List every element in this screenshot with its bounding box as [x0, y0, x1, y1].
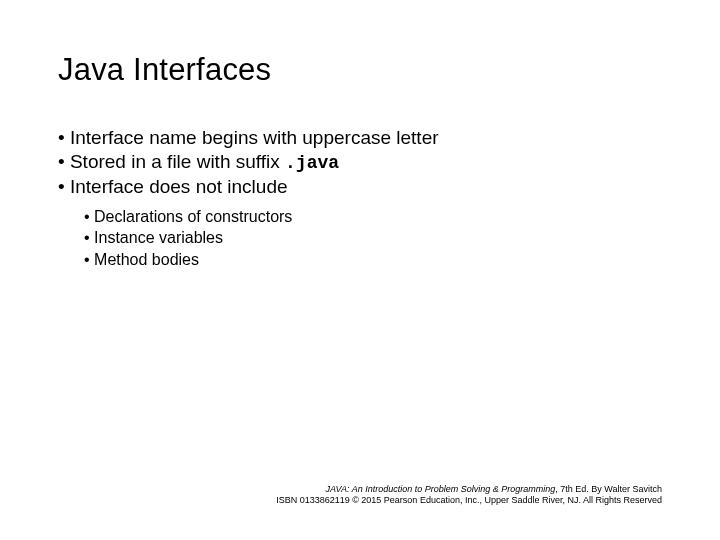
footer-edition-author: , 7th Ed. By Walter Savitch: [555, 484, 662, 494]
footer-book-title: JAVA: An Introduction to Problem Solving…: [326, 484, 556, 494]
bullet-item: Interface does not include Declarations …: [58, 175, 662, 270]
sub-bullet-item: Method bodies: [84, 249, 662, 271]
slide: Java Interfaces Interface name begins wi…: [0, 0, 720, 540]
bullet-item: Interface name begins with uppercase let…: [58, 126, 662, 150]
sub-bullet-item: Declarations of constructors: [84, 206, 662, 228]
code-fragment: .java: [285, 153, 339, 173]
sub-bullet-list: Declarations of constructors Instance va…: [84, 206, 662, 271]
footer-line-1: JAVA: An Introduction to Problem Solving…: [58, 484, 662, 495]
bullet-list: Interface name begins with uppercase let…: [58, 126, 662, 270]
bullet-text-prefix: Stored in a file with suffix: [70, 151, 285, 172]
bullet-text: Interface name begins with uppercase let…: [70, 127, 439, 148]
bullet-text: Interface does not include: [70, 176, 288, 197]
slide-footer: JAVA: An Introduction to Problem Solving…: [58, 484, 662, 507]
slide-title: Java Interfaces: [58, 52, 662, 88]
bullet-item: Stored in a file with suffix .java: [58, 150, 662, 175]
footer-line-2: ISBN 0133862119 © 2015 Pearson Education…: [58, 495, 662, 506]
sub-bullet-item: Instance variables: [84, 227, 662, 249]
